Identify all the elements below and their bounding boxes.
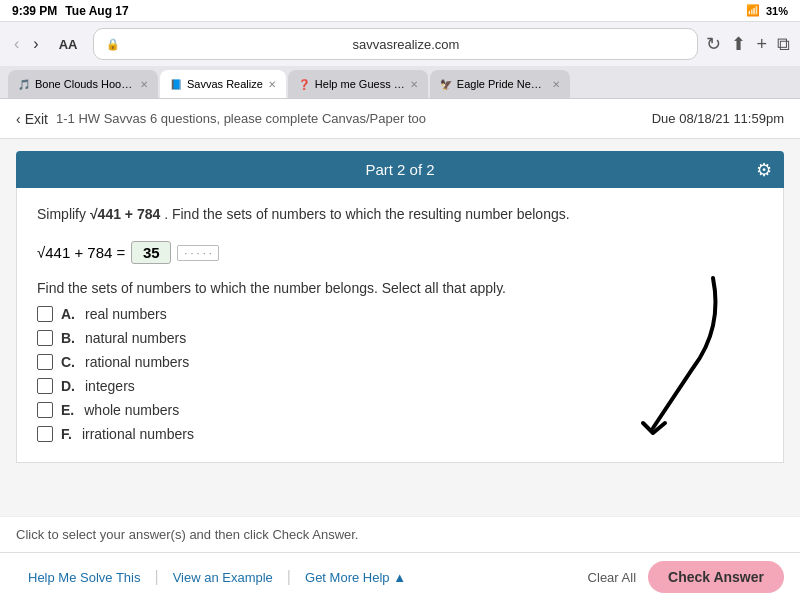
- option-f[interactable]: F. irrational numbers: [37, 426, 763, 442]
- instruction-text: Click to select your answer(s) and then …: [16, 527, 358, 542]
- reader-mode-button[interactable]: AA: [51, 33, 86, 56]
- checkbox-d[interactable]: [37, 378, 53, 394]
- divider-2: |: [285, 568, 293, 586]
- tab-favicon: 🎵: [18, 79, 30, 90]
- option-d[interactable]: D. integers: [37, 378, 763, 394]
- refresh-button[interactable]: ↻: [706, 33, 721, 55]
- option-f-label: irrational numbers: [82, 426, 194, 442]
- page-header: ‹ Exit 1-1 HW Savvas 6 questions, please…: [0, 99, 800, 139]
- option-a[interactable]: A. real numbers: [37, 306, 763, 322]
- option-e-letter: E.: [61, 402, 74, 418]
- check-answer-button[interactable]: Check Answer: [648, 561, 784, 593]
- instruction-bar: Click to select your answer(s) and then …: [0, 516, 800, 552]
- tab-eagle[interactable]: 🦅 Eagle Pride Newsletter | Smore Ne... ✕: [430, 70, 570, 98]
- address-bar[interactable]: 🔒 savvasrealize.com: [93, 28, 698, 60]
- tab-label: Savvas Realize: [187, 78, 263, 90]
- tab-bone-clouds[interactable]: 🎵 Bone Clouds Hoodie | NFRealMusic ✕: [8, 70, 158, 98]
- option-c-label: rational numbers: [85, 354, 189, 370]
- back-nav-button[interactable]: ‹: [10, 33, 23, 55]
- option-c-letter: C.: [61, 354, 75, 370]
- tabs-bar: 🎵 Bone Clouds Hoodie | NFRealMusic ✕ 📘 S…: [0, 66, 800, 98]
- view-example-button[interactable]: View an Example: [161, 562, 285, 593]
- toolbar-actions: ↻ ⬆ + ⧉: [706, 33, 790, 55]
- time-display: 9:39 PM: [12, 4, 57, 18]
- math-dots: · · · · ·: [177, 245, 219, 261]
- tabs-overview-button[interactable]: ⧉: [777, 34, 790, 55]
- tab-favicon: 🦅: [440, 79, 452, 90]
- math-expression: √441 + 784 = 35 · · · · ·: [37, 237, 763, 268]
- settings-button[interactable]: ⚙: [756, 159, 772, 181]
- option-a-letter: A.: [61, 306, 75, 322]
- tab-savvas[interactable]: 📘 Savvas Realize ✕: [160, 70, 286, 98]
- option-f-letter: F.: [61, 426, 72, 442]
- get-more-help-button[interactable]: Get More Help ▲: [293, 562, 418, 593]
- close-tab-icon[interactable]: ✕: [140, 79, 148, 90]
- nav-buttons: ‹ ›: [10, 33, 43, 55]
- answer-options-list: A. real numbers B. natural numbers C. ra…: [37, 306, 763, 442]
- exit-button[interactable]: ‹ Exit: [16, 111, 48, 127]
- browser-chrome: ‹ › AA 🔒 savvasrealize.com ↻ ⬆ + ⧉ 🎵 Bon…: [0, 22, 800, 99]
- part-header: Part 2 of 2 ⚙: [16, 151, 784, 188]
- lock-icon: 🔒: [106, 38, 120, 51]
- scrollable-area: Part 2 of 2 ⚙ Simplify √441 + 784 . Find…: [0, 139, 800, 516]
- option-b[interactable]: B. natural numbers: [37, 330, 763, 346]
- wifi-icon: 📶: [746, 4, 760, 17]
- question-card: Simplify √441 + 784 . Find the sets of n…: [16, 188, 784, 463]
- checkbox-a[interactable]: [37, 306, 53, 322]
- close-tab-icon[interactable]: ✕: [268, 79, 276, 90]
- close-tab-icon[interactable]: ✕: [410, 79, 418, 90]
- exit-label: Exit: [25, 111, 48, 127]
- option-e[interactable]: E. whole numbers: [37, 402, 763, 418]
- browser-toolbar: ‹ › AA 🔒 savvasrealize.com ↻ ⬆ + ⧉: [0, 22, 800, 66]
- math-formula: √441 + 784 =: [37, 244, 125, 261]
- option-d-letter: D.: [61, 378, 75, 394]
- tab-favicon: 📘: [170, 79, 182, 90]
- option-b-label: natural numbers: [85, 330, 186, 346]
- option-e-label: whole numbers: [84, 402, 179, 418]
- back-arrow-icon: ‹: [16, 111, 21, 127]
- page-header-left: ‹ Exit 1-1 HW Savvas 6 questions, please…: [16, 111, 426, 127]
- tab-favicon: ❓: [298, 79, 310, 90]
- tab-label: Help me Guess just help please -...: [315, 78, 405, 90]
- tab-help[interactable]: ❓ Help me Guess just help please -... ✕: [288, 70, 428, 98]
- close-tab-icon[interactable]: ✕: [552, 79, 560, 90]
- math-answer-value: 35: [131, 241, 171, 264]
- divider-1: |: [152, 568, 160, 586]
- help-me-solve-button[interactable]: Help Me Solve This: [16, 562, 152, 593]
- url-display: savvasrealize.com: [126, 37, 685, 52]
- battery-display: 31%: [766, 5, 788, 17]
- question-instruction: Simplify √441 + 784 . Find the sets of n…: [37, 204, 763, 225]
- option-a-label: real numbers: [85, 306, 167, 322]
- sets-question-text: Find the sets of numbers to which the nu…: [37, 280, 763, 296]
- share-button[interactable]: ⬆: [731, 33, 746, 55]
- forward-nav-button[interactable]: ›: [29, 33, 42, 55]
- checkbox-c[interactable]: [37, 354, 53, 370]
- checkbox-b[interactable]: [37, 330, 53, 346]
- status-bar: 9:39 PM Tue Aug 17 📶 31%: [0, 0, 800, 22]
- part-label: Part 2 of 2: [365, 161, 434, 178]
- option-b-letter: B.: [61, 330, 75, 346]
- checkbox-e[interactable]: [37, 402, 53, 418]
- action-bar: Help Me Solve This | View an Example | G…: [0, 552, 800, 600]
- tab-label: Bone Clouds Hoodie | NFRealMusic: [35, 78, 135, 90]
- tab-label: Eagle Pride Newsletter | Smore Ne...: [457, 78, 547, 90]
- content-wrapper: Part 2 of 2 ⚙ Simplify √441 + 784 . Find…: [0, 139, 800, 600]
- date-display: Tue Aug 17: [65, 4, 128, 18]
- page-title: 1-1 HW Savvas 6 questions, please comple…: [56, 111, 426, 126]
- new-tab-button[interactable]: +: [756, 34, 767, 55]
- due-date: Due 08/18/21 11:59pm: [652, 111, 784, 126]
- checkbox-f[interactable]: [37, 426, 53, 442]
- clear-all-button[interactable]: Clear All: [576, 562, 648, 593]
- option-d-label: integers: [85, 378, 135, 394]
- option-c[interactable]: C. rational numbers: [37, 354, 763, 370]
